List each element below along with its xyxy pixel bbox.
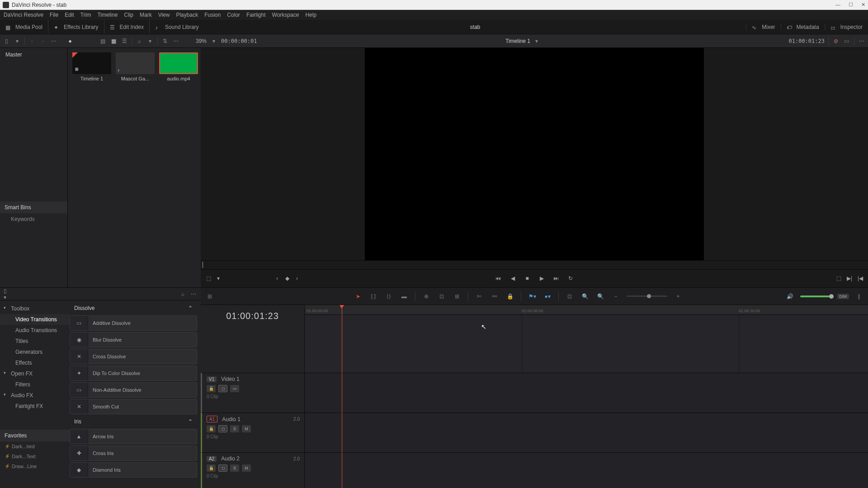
options-icon[interactable]: ⋯ (172, 38, 179, 45)
mute-button[interactable]: M (242, 425, 251, 432)
timeline-tracks[interactable]: 01:00:00:00 01:00:08:00 01:00:16:00 ↖ (305, 305, 868, 488)
maximize-button[interactable]: ☐ (849, 2, 853, 8)
volume-slider[interactable] (800, 296, 832, 297)
media-pool-toggle[interactable]: ▦ Media Pool (0, 20, 48, 34)
fx-cross-iris[interactable]: ✚Cross Iris (70, 446, 197, 461)
zoom-custom-icon[interactable]: 🔍 (596, 292, 605, 301)
chevron-down-icon[interactable]: ▾ (533, 38, 540, 45)
next-keyframe-icon[interactable]: › (294, 275, 300, 282)
menu-fusion[interactable]: Fusion (204, 12, 221, 18)
favorite-item[interactable]: Draw...Line (0, 461, 70, 471)
menu-timeline[interactable]: Timeline (97, 12, 118, 18)
zoom-detail-icon[interactable]: 🔍 (580, 292, 590, 301)
single-viewer-icon[interactable]: ▭ (843, 38, 850, 45)
fx-cross-dissolve[interactable]: ✕Cross Dissolve (70, 349, 197, 364)
razor-tool[interactable]: ✄ (475, 292, 484, 301)
fx-dip-to-color[interactable]: ✦Dip To Color Dissolve (70, 366, 197, 381)
minimize-button[interactable]: — (835, 2, 840, 8)
sidebar-toggle-icon[interactable]: ▯ (3, 38, 10, 45)
audiofx-node[interactable]: Audio FX (0, 390, 70, 401)
menu-clip[interactable]: Clip (124, 12, 133, 18)
solo-button[interactable]: S (230, 425, 239, 432)
favorite-item[interactable]: Dark...Text (0, 451, 70, 461)
options-icon[interactable]: ⋯ (190, 291, 197, 298)
lock-icon[interactable]: 🔓 (207, 425, 216, 432)
toolbox-node[interactable]: Toolbox (0, 303, 70, 314)
fx-diamond-iris[interactable]: ◆Diamond Iris (70, 462, 197, 478)
flag-tool[interactable]: ⚑▾ (528, 292, 537, 301)
monitor-icon[interactable]: 🔊 (786, 292, 795, 301)
prev-keyframe-icon[interactable]: ‹ (274, 275, 280, 282)
nav-back-icon[interactable]: ‹ (28, 38, 36, 45)
close-button[interactable]: ✕ (861, 2, 865, 8)
master-bin[interactable]: Master (0, 48, 67, 61)
first-frame-button[interactable]: ⏮ (495, 275, 501, 282)
clip-video[interactable]: ♪ Mascot Ga... (116, 52, 155, 81)
zoom-percent[interactable]: 39% (196, 38, 207, 44)
zoom-slider[interactable] (627, 296, 667, 297)
menu-color[interactable]: Color (227, 12, 240, 18)
link-tool[interactable]: ⚯ (490, 292, 499, 301)
zoom-out-button[interactable]: − (611, 292, 620, 301)
thumb-view-icon[interactable]: ▦ (110, 38, 117, 45)
chevron-down-icon[interactable]: ▾ (210, 38, 217, 45)
stop-button[interactable]: ■ (524, 275, 530, 282)
prev-frame-button[interactable]: ◀ (509, 275, 516, 282)
mixer-toggle[interactable]: ∿Mixer (746, 24, 780, 30)
strip-view-icon[interactable]: ▤ (99, 38, 106, 45)
loop-button[interactable]: ↻ (567, 275, 574, 282)
auto-select-icon[interactable]: ◻ (218, 385, 227, 392)
inspector-toggle[interactable]: ⚏Inspector (825, 24, 868, 30)
keywords-bin[interactable]: Keywords (0, 213, 67, 225)
menu-workspace[interactable]: Workspace (272, 12, 299, 18)
openfx-node[interactable]: Open FX (0, 368, 70, 379)
menu-file[interactable]: File (50, 12, 58, 18)
menu-view[interactable]: View (158, 12, 170, 18)
blade-tool[interactable]: ▬ (400, 292, 409, 301)
fx-smooth-cut[interactable]: ✕Smooth Cut (70, 399, 197, 414)
timeline-ruler[interactable]: 01:00:00:00 01:00:08:00 01:00:16:00 (305, 305, 868, 315)
options-icon[interactable]: ⋯ (50, 38, 57, 45)
titles-node[interactable]: Titles (0, 336, 70, 347)
metadata-toggle[interactable]: 🏷Metadata (781, 24, 825, 30)
lock-tool[interactable]: 🔒 (505, 292, 514, 301)
search-icon[interactable]: ⌕ (136, 38, 143, 45)
auto-select-icon[interactable]: ◻ (218, 425, 227, 432)
playhead[interactable] (342, 305, 342, 488)
timeline-view-icon[interactable]: ⊞ (205, 292, 214, 301)
nav-fwd-icon[interactable]: › (39, 38, 47, 45)
menu-fairlight[interactable]: Fairlight (246, 12, 266, 18)
timeline-name[interactable]: Timeline 1 (505, 38, 530, 44)
dim-button[interactable]: DIM (837, 294, 849, 299)
sound-library-toggle[interactable]: ♪ Sound Library (149, 20, 204, 34)
solo-button[interactable]: S (230, 465, 239, 472)
audio-transitions-node[interactable]: Audio Transitions (0, 325, 70, 336)
clip-timeline[interactable]: ⊞ Timeline 1 (72, 52, 111, 81)
auto-select-icon[interactable]: ◻ (218, 465, 227, 472)
list-view-icon[interactable]: ☰ (121, 38, 128, 45)
track-lane-a1[interactable] (305, 413, 868, 452)
sidebar-toggle-icon[interactable]: ▯ ▾ (4, 291, 11, 298)
track-header-a1[interactable]: A1Audio 1 2.0 🔓 ◻ S M 0 Clip (201, 413, 304, 452)
menu-playback[interactable]: Playback (176, 12, 198, 18)
chevron-down-icon[interactable]: ▾ (215, 275, 222, 282)
chevron-down-icon[interactable]: ▾ (14, 38, 21, 45)
overwrite-tool[interactable]: ⊡ (437, 292, 446, 301)
lock-icon[interactable]: 🔓 (207, 385, 216, 392)
effects-node[interactable]: Effects (0, 357, 70, 368)
favorite-item[interactable]: Dark...hird (0, 441, 70, 451)
track-header-a2[interactable]: A2Audio 2 2.0 🔓 ◻ S M 0 Clip (201, 452, 304, 488)
trim-tool[interactable]: ⟦⟧ (369, 292, 378, 301)
fx-additive-dissolve[interactable]: ▭Additive Dissolve (70, 315, 197, 331)
menu-help[interactable]: Help (305, 12, 316, 18)
replace-tool[interactable]: ⊞ (453, 292, 462, 301)
jog-bar[interactable] (201, 261, 868, 270)
iris-category[interactable]: Iris⌃ (70, 416, 197, 427)
track-header-v1[interactable]: V1Video 1 🔓 ◻ ▭ 0 Clip (201, 373, 304, 413)
clip-audio[interactable]: audio.mp4 (159, 52, 198, 81)
mute-button[interactable]: M (242, 465, 251, 472)
track-lane-v1[interactable] (305, 373, 868, 413)
menu-mark[interactable]: Mark (140, 12, 152, 18)
video-transitions-node[interactable]: Video Transitions (0, 314, 70, 325)
lock-icon[interactable]: 🔓 (207, 465, 216, 472)
